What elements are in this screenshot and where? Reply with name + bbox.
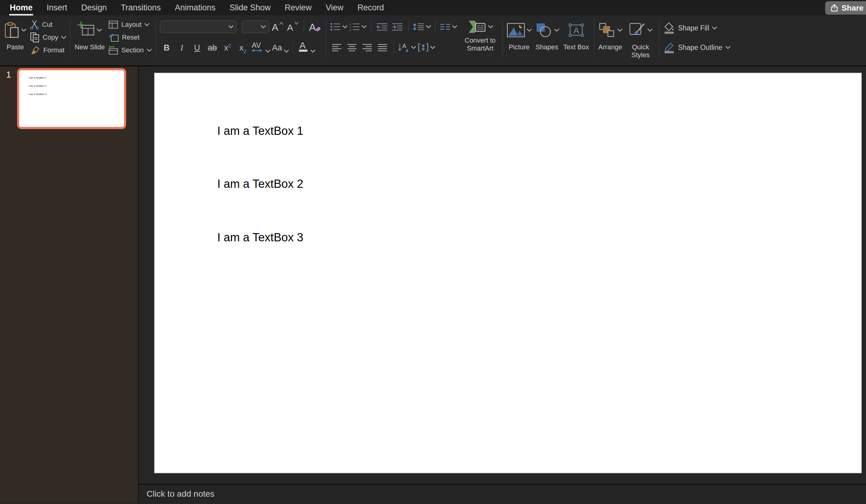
line-spacing-button[interactable] xyxy=(413,20,431,34)
font-group: A A A B I U ab xyxy=(160,18,322,57)
copy-button[interactable]: Copy xyxy=(30,32,66,43)
character-spacing-button[interactable]: AV xyxy=(252,41,270,55)
tab-record[interactable]: Record xyxy=(357,3,384,12)
arrange-label: Arrange xyxy=(598,43,622,51)
new-slide-button[interactable]: New Slide xyxy=(74,18,105,56)
align-right-button[interactable] xyxy=(360,41,374,55)
tab-design[interactable]: Design xyxy=(81,3,107,12)
format-brush-icon xyxy=(30,46,40,55)
svg-text:A: A xyxy=(272,22,278,33)
columns-button[interactable] xyxy=(440,20,457,34)
convert-to-smartart-button[interactable]: Convert to SmartArt xyxy=(462,18,499,57)
text-direction-button[interactable]: A xyxy=(398,41,416,55)
slide-textbox-3[interactable]: I am a TextBox 3 xyxy=(217,231,303,244)
tab-animations[interactable]: Animations xyxy=(175,3,216,12)
text-box-label: Text Box xyxy=(564,43,589,51)
chevron-down-icon xyxy=(343,25,347,28)
menu-bar: Home Insert Design Transitions Animation… xyxy=(0,0,866,15)
justify-button[interactable] xyxy=(376,41,389,55)
group-divider xyxy=(594,20,595,58)
picture-button[interactable]: Picture xyxy=(507,18,532,51)
reset-icon xyxy=(109,33,119,42)
tab-slide-show[interactable]: Slide Show xyxy=(230,3,270,12)
slide-textbox-2[interactable]: I am a TextBox 2 xyxy=(217,177,303,191)
quick-styles-button[interactable]: Quick Styles xyxy=(626,18,655,59)
chevron-down-icon xyxy=(229,25,233,28)
subscript-mark: 2 xyxy=(243,49,246,55)
align-text-vertical-button[interactable] xyxy=(418,41,435,55)
bullets-button[interactable] xyxy=(330,20,347,34)
align-center-button[interactable] xyxy=(345,41,359,55)
shape-fill-button[interactable]: Shape Fill xyxy=(663,20,730,36)
small-divider xyxy=(371,20,371,33)
paste-icon xyxy=(4,22,20,39)
underline-button[interactable]: U xyxy=(190,41,204,55)
share-button[interactable]: Share xyxy=(825,1,866,15)
font-size-select[interactable] xyxy=(242,20,269,33)
chevron-down-icon xyxy=(488,25,493,28)
group-divider xyxy=(659,20,659,58)
paste-button[interactable]: Paste xyxy=(4,18,26,56)
arrange-group: Arrange Quick Styles xyxy=(598,18,655,59)
slide-thumbnail-panel: 1 I am a TextBox 1 I am a TextBox 2 I am… xyxy=(0,66,138,503)
tab-insert[interactable]: Insert xyxy=(47,3,67,12)
thumbnail-textbox-1: I am a TextBox 1 xyxy=(28,77,46,79)
slide-textbox-1[interactable]: I am a TextBox 1 xyxy=(217,125,303,138)
numbering-button[interactable]: 1 2 3 xyxy=(349,20,367,34)
strikethrough-button[interactable]: ab xyxy=(206,41,219,55)
shapes-button[interactable]: Shapes xyxy=(535,18,559,51)
clipboard-group: Paste Cut Copy xyxy=(4,18,66,56)
decrease-font-size-button[interactable]: A xyxy=(286,20,300,34)
text-box-button[interactable]: A Text Box xyxy=(562,18,590,51)
convert-to-smartart-label: Convert to SmartArt xyxy=(462,36,499,52)
chevron-down-icon xyxy=(97,28,102,32)
chevron-down-icon xyxy=(311,49,315,53)
tab-review[interactable]: Review xyxy=(285,3,312,12)
decrease-indent-button[interactable] xyxy=(375,20,389,34)
increase-indent-button[interactable] xyxy=(391,20,404,34)
chevron-down-icon xyxy=(554,28,559,32)
group-divider xyxy=(156,20,156,58)
section-icon xyxy=(109,46,118,55)
slide-editing-surface[interactable]: I am a TextBox 1 I am a TextBox 2 I am a… xyxy=(154,73,862,473)
cut-button[interactable]: Cut xyxy=(30,19,66,30)
format-painter-button[interactable]: Format xyxy=(30,44,66,56)
italic-button[interactable]: I xyxy=(175,41,189,55)
change-case-button[interactable]: Aa xyxy=(272,41,289,55)
small-divider xyxy=(393,41,394,54)
arrange-button[interactable]: Arrange xyxy=(598,18,622,59)
increase-font-size-icon: A xyxy=(271,21,284,33)
justify-icon xyxy=(377,44,388,51)
align-left-button[interactable] xyxy=(330,41,343,55)
change-case-glyph: Aa xyxy=(272,43,282,53)
chevron-down-icon xyxy=(430,46,435,49)
text-direction-icon: A xyxy=(398,43,410,52)
tab-view[interactable]: View xyxy=(326,3,343,12)
clear-formatting-button[interactable]: A xyxy=(308,20,322,34)
bold-button[interactable]: B xyxy=(160,41,174,55)
bullets-icon xyxy=(330,22,341,31)
chevron-down-icon xyxy=(261,25,266,28)
font-name-select[interactable] xyxy=(160,20,237,33)
small-divider xyxy=(293,41,293,54)
tab-home[interactable]: Home xyxy=(10,3,33,12)
shape-outline-button[interactable]: Shape Outline xyxy=(663,39,730,56)
slide-thumbnail[interactable]: I am a TextBox 1 I am a TextBox 2 I am a… xyxy=(17,68,126,129)
chevron-down-icon xyxy=(61,36,66,39)
layout-icon xyxy=(109,20,118,29)
notes-pane[interactable]: Click to add notes xyxy=(138,484,866,503)
section-label: Section xyxy=(121,46,144,54)
layout-button[interactable]: Layout xyxy=(109,19,152,30)
increase-font-size-button[interactable]: A xyxy=(271,20,284,34)
superscript-base: x xyxy=(224,43,229,53)
section-button[interactable]: Section xyxy=(109,44,152,56)
tab-transitions[interactable]: Transitions xyxy=(121,3,161,12)
layout-label: Layout xyxy=(121,21,141,28)
editor-column: I am a TextBox 1 I am a TextBox 2 I am a… xyxy=(138,66,866,503)
superscript-button[interactable]: x2 xyxy=(221,41,234,55)
subscript-button[interactable]: x2 xyxy=(236,41,249,55)
reset-button[interactable]: Reset xyxy=(109,32,152,43)
line-spacing-icon xyxy=(413,22,424,31)
chevron-down-icon xyxy=(21,28,26,32)
font-color-button[interactable]: A xyxy=(298,41,315,55)
